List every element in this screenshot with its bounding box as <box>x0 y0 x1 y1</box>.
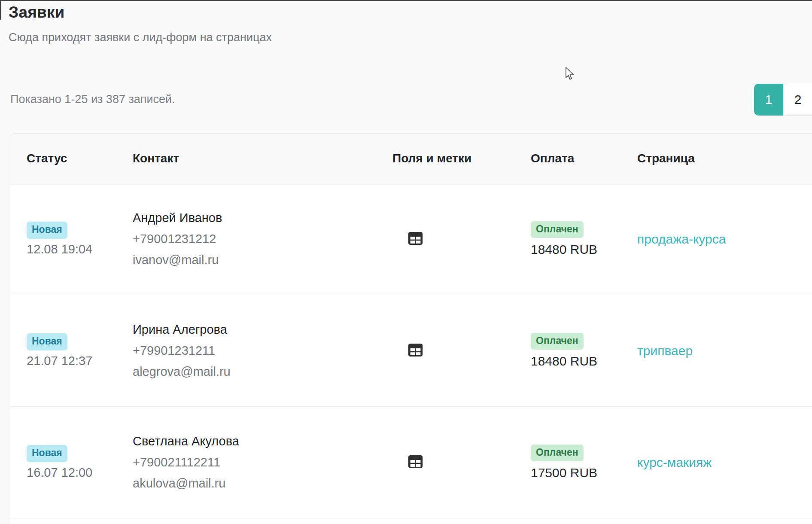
header-status: Статус <box>10 152 133 165</box>
page-link[interactable]: курс-макияж <box>637 455 712 469</box>
table-icon[interactable] <box>408 343 423 359</box>
contact-name: Ирина Алегрова <box>133 319 227 340</box>
status-badge: Новая <box>27 333 67 350</box>
header-fields: Поля и метки <box>392 152 526 165</box>
payment-amount: 18480 RUB <box>531 354 597 369</box>
mouse-cursor-icon <box>565 67 576 83</box>
status-badge: Новая <box>27 445 67 462</box>
table-row[interactable]: Новая 12.08 19:04 Андрей Иванов +7900123… <box>10 183 812 295</box>
table-row[interactable]: Новая 16.07 12:00 Светлана Акулова +7900… <box>10 407 812 518</box>
page-link[interactable]: продажа-курса <box>637 232 726 246</box>
leads-table: Статус Контакт Поля и метки Оплата Стран… <box>10 133 812 524</box>
window-left-border <box>0 0 1 20</box>
payment-badge: Оплачен <box>531 221 584 238</box>
page-title: Заявки <box>9 3 65 21</box>
payment-badge: Оплачен <box>531 445 584 461</box>
contact-name: Андрей Иванов <box>133 207 222 228</box>
contact-email: akulova@mail.ru <box>133 473 225 494</box>
lead-datetime: 16.07 12:00 <box>27 466 92 480</box>
results-summary: Показано 1-25 из 387 записей. <box>10 93 175 106</box>
window-top-border <box>0 0 812 1</box>
page-subtitle: Сюда приходят заявки с лид-форм на стран… <box>9 31 272 44</box>
table-icon[interactable] <box>408 231 423 247</box>
contact-phone: +790021112211 <box>133 452 220 473</box>
table-header-row: Статус Контакт Поля и метки Оплата Стран… <box>10 134 812 183</box>
header-payment: Оплата <box>526 152 633 165</box>
pagination-page-1[interactable]: 1 <box>754 84 783 116</box>
pagination-page-2[interactable]: 2 <box>783 84 812 116</box>
lead-datetime: 12.08 19:04 <box>27 242 92 256</box>
payment-amount: 18480 RUB <box>531 242 597 257</box>
contact-email: alegrova@mail.ru <box>133 361 231 382</box>
pagination: 1 2 <box>754 84 812 116</box>
contact-email: ivanov@mail.ru <box>133 250 219 271</box>
page-link[interactable]: трипваер <box>637 344 693 358</box>
contact-phone: +79001231212 <box>133 228 216 250</box>
table-icon[interactable] <box>408 454 423 471</box>
contact-name: Светлана Акулова <box>133 431 239 452</box>
header-page: Страница <box>633 152 812 165</box>
status-badge: Новая <box>27 222 67 238</box>
header-contact: Контакт <box>133 152 392 165</box>
table-row[interactable]: Новая 21.07 12:37 Ирина Алегрова +799012… <box>10 295 812 407</box>
payment-badge: Оплачен <box>531 333 584 350</box>
lead-datetime: 21.07 12:37 <box>27 354 92 368</box>
payment-amount: 17500 RUB <box>531 466 597 480</box>
contact-phone: +79901231211 <box>133 340 215 361</box>
